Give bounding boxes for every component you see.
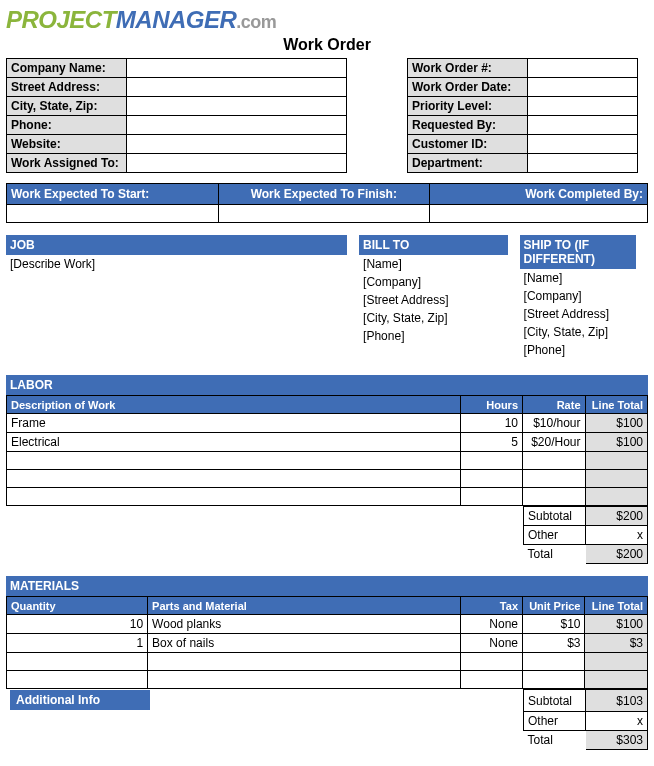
table-row: Electrical 5 $20/Hour $100 [7,433,648,452]
subtotal-label: Subtotal [524,507,586,526]
value[interactable] [127,154,347,173]
value[interactable] [127,97,347,116]
cell-tax[interactable]: None [460,615,522,634]
other-label: Other [524,712,586,731]
label: Street Address: [7,78,127,97]
col-tax: Tax [460,597,522,615]
value[interactable] [528,135,638,154]
table-row [7,671,648,689]
value[interactable] [127,59,347,78]
table-row: 1 Box of nails None $3 $3 [7,634,648,653]
cell-tax[interactable]: None [460,634,522,653]
logo-part2: MANAGER [116,6,237,33]
timeline-header-completed: Work Completed By: [430,184,648,205]
value[interactable] [127,78,347,97]
materials-totals: Additional Info Subtotal $103 Otherx Tot… [6,689,648,750]
other-value[interactable]: x [586,712,648,731]
subtotal-value: $200 [586,507,648,526]
page-title: Work Order [6,36,648,54]
job-description: [Describe Work] [6,255,347,273]
col-rate: Rate [523,396,585,414]
billto-line: [Street Address] [359,291,508,309]
value[interactable] [528,116,638,135]
billto-line: [Company] [359,273,508,291]
label: City, State, Zip: [7,97,127,116]
value[interactable] [528,78,638,97]
cell-desc[interactable]: Frame [7,414,461,433]
label: Website: [7,135,127,154]
cell-qty[interactable]: 10 [7,615,148,634]
col-total: Line Total [585,597,648,615]
cell-parts[interactable]: Wood planks [148,615,460,634]
cell-hours[interactable]: 5 [460,433,522,452]
cell-total: $3 [585,634,648,653]
materials-table: Quantity Parts and Material Tax Unit Pri… [6,596,648,689]
cell-total: $100 [585,433,648,452]
total-value: $303 [586,731,648,750]
cell-desc[interactable]: Electrical [7,433,461,452]
logo-part1: PROJECT [6,6,116,33]
cell-total: $100 [585,414,648,433]
value[interactable] [127,135,347,154]
label: Customer ID: [408,135,528,154]
value[interactable] [528,97,638,116]
labor-totals: Subtotal$200 Otherx Total$200 [6,506,648,564]
other-label: Other [524,526,586,545]
cell-qty[interactable]: 1 [7,634,148,653]
timeline-header-finish: Work Expected To Finish: [218,184,430,205]
table-row [7,653,648,671]
col-desc: Description of Work [7,396,461,414]
label: Phone: [7,116,127,135]
job-header: JOB [6,235,347,255]
col-parts: Parts and Material [148,597,460,615]
shipto-line: [City, State, Zip] [520,323,636,341]
total-label: Total [524,731,586,750]
timeline-cell[interactable] [7,205,219,223]
col-price: Unit Price [523,597,585,615]
cell-total: $100 [585,615,648,634]
table-row: 10 Wood planks None $10 $100 [7,615,648,634]
labor-title: LABOR [6,375,648,395]
label: Priority Level: [408,97,528,116]
logo: PROJECTMANAGER.com [6,6,648,34]
value[interactable] [528,59,638,78]
cell-price[interactable]: $10 [523,615,585,634]
cell-parts[interactable]: Box of nails [148,634,460,653]
billto-line: [City, State, Zip] [359,309,508,327]
subtotal-label: Subtotal [524,690,586,712]
table-row [7,452,648,470]
table-row [7,488,648,506]
label: Work Assigned To: [7,154,127,173]
timeline-header-start: Work Expected To Start: [7,184,219,205]
labor-table: Description of Work Hours Rate Line Tota… [6,395,648,506]
timeline-cell[interactable] [218,205,430,223]
cell-rate[interactable]: $10/hour [523,414,585,433]
cell-price[interactable]: $3 [523,634,585,653]
table-row: Frame 10 $10/hour $100 [7,414,648,433]
logo-part3: .com [236,12,276,32]
label: Work Order Date: [408,78,528,97]
timeline-cell[interactable] [430,205,648,223]
timeline-table: Work Expected To Start: Work Expected To… [6,183,648,223]
other-value[interactable]: x [586,526,648,545]
table-row [7,470,648,488]
cell-hours[interactable]: 10 [460,414,522,433]
shipto-header: SHIP TO (IF DIFFERENT) [520,235,636,269]
billto-line: [Phone] [359,327,508,345]
additional-info-header: Additional Info [10,690,150,710]
value[interactable] [528,154,638,173]
subtotal-value: $103 [586,690,648,712]
order-info-table: Work Order #: Work Order Date: Priority … [407,58,638,173]
billto-header: BILL TO [359,235,508,255]
label: Requested By: [408,116,528,135]
total-value: $200 [586,545,648,564]
label: Company Name: [7,59,127,78]
billto-line: [Name] [359,255,508,273]
label: Department: [408,154,528,173]
shipto-line: [Name] [520,269,636,287]
col-total: Line Total [585,396,648,414]
shipto-line: [Street Address] [520,305,636,323]
value[interactable] [127,116,347,135]
cell-rate[interactable]: $20/Hour [523,433,585,452]
shipto-line: [Phone] [520,341,636,359]
